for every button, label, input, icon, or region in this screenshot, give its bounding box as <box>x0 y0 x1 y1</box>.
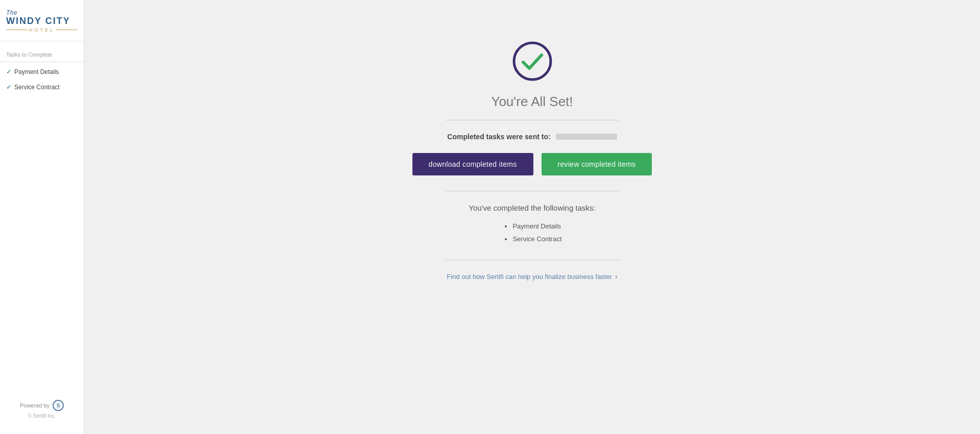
sidebar-item-service-contract[interactable]: ✓ Service Contract <box>0 80 84 95</box>
payment-details-label: Payment Details <box>14 68 59 75</box>
email-redacted <box>556 134 617 140</box>
tasks-section: Tasks to Complete ✓ Payment Details ✓ Se… <box>0 41 84 95</box>
powered-by-section: Powered by S © Sertifi Inc. <box>0 400 84 419</box>
arrow-icon: › <box>615 272 618 280</box>
divider-1 <box>446 120 619 120</box>
logo-windy-city: WINDY CITY <box>6 16 78 27</box>
check-icon-payment: ✓ <box>6 68 11 75</box>
logo-area: The WINDY CITY HOTEL <box>0 0 84 41</box>
success-icon <box>512 41 553 84</box>
completed-tasks-label: You've completed the following tasks: <box>469 203 595 212</box>
logo-hotel: HOTEL <box>6 28 78 33</box>
completed-tasks-list: Payment Details Service Contract <box>502 220 561 245</box>
sertifi-logo-icon: S <box>53 400 64 411</box>
content-card: You're All Set! Completed tasks were sen… <box>354 41 711 280</box>
sidebar-item-payment-details[interactable]: ✓ Payment Details <box>0 64 84 80</box>
main-content: You're All Set! Completed tasks were sen… <box>84 0 980 434</box>
powered-row: Powered by S <box>20 400 64 411</box>
sidebar: The WINDY CITY HOTEL Tasks to Complete ✓… <box>0 0 84 434</box>
divider-3 <box>446 260 619 260</box>
sent-to-text: Completed tasks were sent to: <box>447 133 617 141</box>
sertifi-link-text: Find out how Sertifi can help you finali… <box>447 273 612 280</box>
all-set-title: You're All Set! <box>491 94 573 110</box>
copyright-text: © Sertifi Inc. <box>28 413 56 419</box>
review-completed-button[interactable]: review completed items <box>542 153 652 175</box>
powered-by-text: Powered by <box>20 402 50 409</box>
check-icon-service: ✓ <box>6 84 11 91</box>
logo-the: The <box>6 9 78 16</box>
list-item: Payment Details <box>512 220 561 233</box>
svg-point-0 <box>514 43 551 80</box>
divider-2 <box>446 191 619 191</box>
action-buttons: download completed items review complete… <box>412 153 652 175</box>
sertifi-finalize-link[interactable]: Find out how Sertifi can help you finali… <box>447 272 617 280</box>
list-item: Service Contract <box>512 233 561 246</box>
download-completed-button[interactable]: download completed items <box>412 153 533 175</box>
sent-to-label: Completed tasks were sent to: <box>447 133 550 141</box>
tasks-to-complete-label: Tasks to Complete <box>0 52 84 62</box>
service-contract-label: Service Contract <box>14 84 60 91</box>
